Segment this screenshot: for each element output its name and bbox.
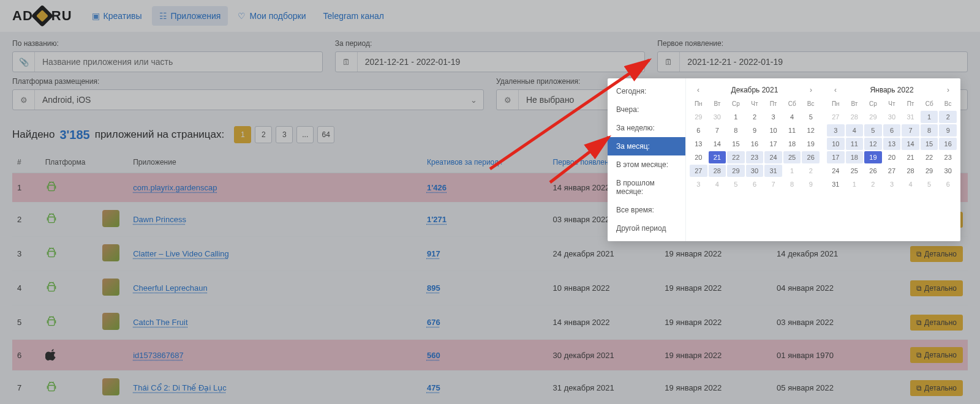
cal-day[interactable]: 21 [902,151,919,163]
app-link[interactable]: com.playrix.gardenscap [133,183,217,192]
cal-day[interactable]: 30 [883,111,901,123]
cal-day[interactable]: 13 [883,138,901,150]
cal-day[interactable]: 26 [802,151,820,163]
page-button[interactable]: 3 [276,126,293,143]
creatives-link[interactable]: 917 [427,249,440,258]
page-button[interactable]: 2 [255,126,272,143]
cal-day[interactable]: 12 [864,138,882,150]
cal-day[interactable]: 12 [802,124,820,137]
filter-name-input[interactable] [35,57,322,67]
cal-day[interactable]: 19 [802,138,820,150]
date-preset[interactable]: В этом месяце: [608,155,685,174]
cal-prev-icon[interactable]: ‹ [831,84,840,95]
cal-day[interactable]: 15 [921,138,938,150]
cal-day[interactable]: 27 [827,111,845,123]
detail-button[interactable]: ⧉Детально [910,347,963,363]
cal-day[interactable]: 4 [902,178,919,190]
cal-day[interactable]: 29 [727,165,745,177]
cal-day[interactable]: 16 [939,138,957,150]
cal-day[interactable]: 1 [783,165,801,177]
detail-button[interactable]: ⧉Детально [910,280,963,296]
nav-telegram[interactable]: Telegram канал [316,6,391,26]
cal-day[interactable]: 3 [764,111,782,123]
cal-day[interactable]: 5 [802,111,820,123]
cal-day[interactable]: 30 [939,165,957,177]
cal-day[interactable]: 29 [864,111,882,123]
cal-day[interactable]: 31 [902,111,919,123]
cal-day[interactable]: 16 [746,138,764,150]
cal-day[interactable]: 18 [846,151,864,163]
cal-day[interactable]: 22 [727,151,745,163]
cal-day[interactable]: 8 [921,124,938,137]
cal-day[interactable]: 30 [746,165,764,177]
cal-day[interactable]: 21 [709,151,726,163]
page-button[interactable]: ... [296,126,314,143]
filter-firstseen-input[interactable]: 🗓 2021-12-21 - 2022-01-19 [657,51,968,72]
cal-day[interactable]: 3 [883,178,901,190]
app-link[interactable]: Cheerful Leprechaun [133,283,207,293]
cal-day[interactable]: 29 [690,111,707,123]
cal-day[interactable]: 6 [746,178,764,190]
creatives-link[interactable]: 676 [427,318,440,327]
cal-day[interactable]: 6 [939,178,957,190]
date-preset[interactable]: В прошлом месяце: [608,174,685,201]
cal-day[interactable]: 25 [783,151,801,163]
cal-day[interactable]: 4 [709,178,726,190]
cal-day[interactable]: 18 [783,138,801,150]
creatives-link[interactable]: 1'271 [427,215,447,224]
cal-day[interactable]: 9 [746,124,764,137]
cal-day[interactable]: 26 [864,165,882,177]
nav-picks[interactable]: ♡Мои подборки [230,6,313,26]
filter-period-input[interactable]: 🗓 2021-12-21 - 2022-01-19 [335,51,646,72]
app-link[interactable]: Catch The Fruit [133,318,187,327]
cal-day[interactable]: 31 [764,165,782,177]
app-link[interactable]: Thái Cổ 2: Di Thế Đại Lục [133,383,226,392]
cal-day[interactable]: 2 [802,165,820,177]
nav-apps[interactable]: ☷Приложения [152,6,228,26]
cal-day[interactable]: 24 [827,165,845,177]
page-button[interactable]: 1 [234,126,251,143]
app-link[interactable]: Dawn Princess [133,215,186,224]
cal-day[interactable]: 28 [902,165,919,177]
cal-day[interactable]: 6 [690,124,707,137]
cal-day[interactable]: 22 [921,151,938,163]
cal-day[interactable]: 3 [690,178,707,190]
cal-day[interactable]: 8 [783,178,801,190]
cal-day[interactable]: 27 [883,165,901,177]
cal-day[interactable]: 6 [883,124,901,137]
cal-day[interactable]: 5 [921,178,938,190]
cal-day[interactable]: 19 [864,151,882,163]
detail-button[interactable]: ⧉Детально [910,380,963,396]
date-preset[interactable]: За неделю: [608,119,685,137]
cal-day[interactable]: 9 [939,124,957,137]
date-preset[interactable]: Вчера: [608,100,685,119]
cal-day[interactable]: 31 [827,178,845,190]
cal-day[interactable]: 27 [690,165,707,177]
cal-day[interactable]: 17 [827,151,845,163]
creatives-link[interactable]: 895 [427,283,440,293]
cal-day[interactable]: 10 [764,124,782,137]
creatives-link[interactable]: 475 [427,383,440,392]
cal-day[interactable]: 9 [802,178,820,190]
date-preset[interactable]: Все время: [608,201,685,219]
cal-day[interactable]: 2 [746,111,764,123]
cal-day[interactable]: 14 [709,138,726,150]
cal-day[interactable]: 1 [846,178,864,190]
cal-day[interactable]: 24 [764,151,782,163]
cal-next-icon[interactable]: › [943,84,953,95]
col-creatives[interactable]: Креативов за период↓ [422,152,548,173]
cal-day[interactable]: 28 [709,165,726,177]
cal-day[interactable]: 8 [727,124,745,137]
cal-day[interactable]: 30 [709,111,726,123]
filter-name-input-wrap[interactable]: 📎 [12,51,323,72]
cal-day[interactable]: 11 [783,124,801,137]
cal-day[interactable]: 23 [746,151,764,163]
nav-creatives[interactable]: ▣Креативы [85,6,149,26]
detail-button[interactable]: ⧉Детально [910,246,963,262]
date-preset[interactable]: Другой период [608,219,685,238]
cal-day[interactable]: 20 [883,151,901,163]
cal-day[interactable]: 23 [939,151,957,163]
cal-day[interactable]: 4 [783,111,801,123]
cal-day[interactable]: 7 [709,124,726,137]
cal-day[interactable]: 15 [727,138,745,150]
